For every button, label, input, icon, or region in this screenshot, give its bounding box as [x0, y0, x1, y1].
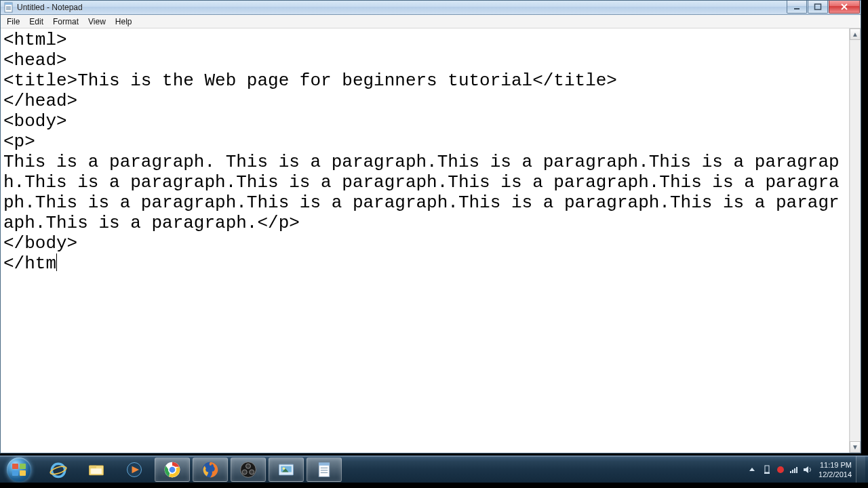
vertical-scrollbar[interactable]: ▲ ▼: [849, 28, 861, 453]
svg-rect-37: [792, 470, 793, 473]
svg-point-21: [242, 470, 247, 474]
menu-edit[interactable]: Edit: [24, 16, 48, 28]
notepad-app-icon: [3, 2, 14, 13]
start-button[interactable]: [0, 456, 38, 483]
chrome-icon[interactable]: [155, 458, 190, 482]
svg-rect-36: [790, 471, 791, 473]
ie-icon[interactable]: [41, 458, 76, 482]
volume-icon[interactable]: [802, 465, 814, 474]
svg-rect-39: [796, 467, 797, 473]
editor-text: <html> <head> <title>This is the Web pag…: [3, 30, 840, 274]
client-area: <html> <head> <title>This is the Web pag…: [1, 28, 861, 453]
scroll-down-button[interactable]: ▼: [850, 441, 861, 453]
window-buttons: [787, 1, 861, 14]
text-area[interactable]: <html> <head> <title>This is the Web pag…: [1, 28, 849, 453]
firefox-icon[interactable]: [193, 458, 228, 482]
tray-app-icon[interactable]: [774, 465, 787, 474]
scroll-up-button[interactable]: ▲: [850, 28, 861, 40]
gallery-icon[interactable]: [269, 458, 304, 482]
show-hidden-icons[interactable]: [747, 464, 757, 475]
show-desktop-button[interactable]: [856, 456, 865, 483]
svg-point-35: [777, 466, 784, 473]
svg-marker-40: [804, 466, 808, 473]
svg-rect-34: [764, 472, 770, 474]
menu-file[interactable]: File: [2, 16, 24, 28]
svg-rect-6: [815, 4, 821, 9]
svg-rect-11: [91, 468, 102, 474]
svg-rect-5: [794, 8, 800, 9]
svg-point-20: [246, 464, 251, 468]
explorer-icon[interactable]: [79, 458, 114, 482]
svg-rect-33: [765, 466, 769, 472]
taskbar-items: [38, 456, 343, 483]
svg-rect-10: [90, 465, 97, 468]
svg-point-7: [52, 464, 64, 476]
maximize-button[interactable]: [808, 1, 828, 14]
svg-rect-1: [5, 3, 12, 5]
clock-time: 11:19 PM: [818, 460, 852, 470]
svg-marker-32: [749, 468, 755, 471]
menu-format[interactable]: Format: [48, 16, 83, 28]
scroll-track[interactable]: [850, 40, 861, 441]
text-caret: [56, 253, 57, 271]
wmplayer-icon[interactable]: [117, 458, 152, 482]
action-center-icon[interactable]: [761, 465, 773, 474]
menu-bar: File Edit Format View Help: [1, 15, 861, 28]
system-tray: 11:19 PM 12/2/2014: [747, 456, 868, 483]
svg-point-25: [283, 467, 285, 470]
notepad-icon[interactable]: [307, 458, 342, 482]
minimize-button[interactable]: [787, 1, 807, 14]
start-orb-icon: [7, 458, 31, 482]
svg-rect-38: [794, 468, 795, 473]
notepad-window: Untitled - Notepad File Edit Format View…: [0, 0, 861, 453]
network-icon[interactable]: [788, 465, 800, 474]
clock-date: 12/2/2014: [818, 470, 852, 479]
svg-rect-28: [319, 462, 330, 465]
title-bar[interactable]: Untitled - Notepad: [1, 1, 861, 15]
svg-point-22: [250, 470, 254, 474]
window-title: Untitled - Notepad: [17, 3, 787, 12]
menu-view[interactable]: View: [83, 16, 111, 28]
obs-icon[interactable]: [231, 458, 266, 482]
taskbar-clock[interactable]: 11:19 PM 12/2/2014: [818, 460, 852, 479]
close-button[interactable]: [829, 1, 860, 14]
taskbar: 11:19 PM 12/2/2014: [0, 455, 868, 483]
menu-help[interactable]: Help: [111, 16, 137, 28]
